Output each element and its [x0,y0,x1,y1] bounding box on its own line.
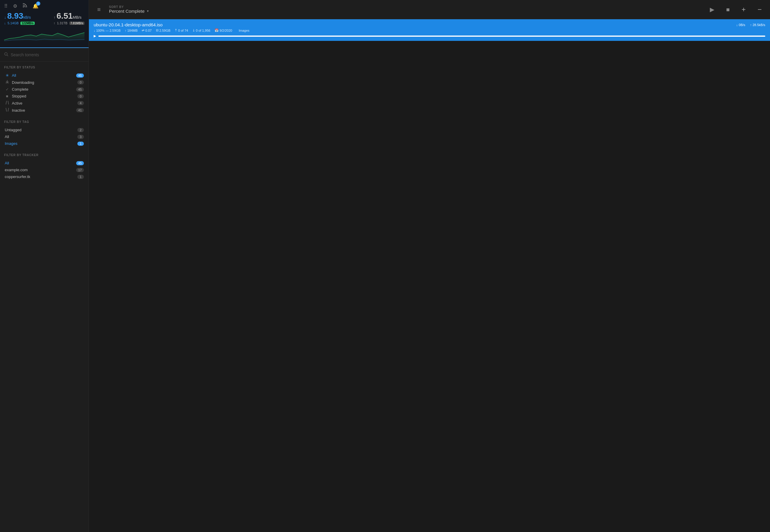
speed-row: ↓ 8.93kB/s ↓ 5.14GB 122MB/s ↑ 6.51MB/s ↑… [4,11,84,25]
upload-arrow: ↑ [125,29,127,32]
filter-label-all: All [12,73,74,78]
tag-badge-all: 3 [77,135,84,139]
tracker-all[interactable]: All 45 [4,160,84,166]
chart-area [4,27,84,41]
filter-status-downloading[interactable]: Downloading 0 [4,79,84,86]
svg-rect-4 [6,83,9,83]
stop-button[interactable]: ■ [724,5,732,14]
torrent-name: ubuntu-20.04.1-desktop-amd64.iso [94,22,163,27]
up-total: 1.31TB [57,21,67,25]
torrent-progress-row: ▶ [94,34,765,38]
filter-status-active[interactable]: Active 4 [4,100,84,107]
svg-point-0 [23,6,24,7]
filter-badge-stopped: 0 [77,94,84,98]
ratio-icon: ⇌ [142,28,144,32]
main-content: ≡ SORT BY Percent Complete ▼ ▶ ■ + − ubu… [89,0,770,532]
up-icon: ↑ [750,23,752,27]
sort-label: SORT BY [109,5,149,9]
torrent-play-icon[interactable]: ▶ [94,34,96,38]
tracker-label-coppersurfer: coppersurfer.tk [5,174,75,179]
hamburger-button[interactable]: ≡ [95,5,103,14]
upload-speed-section: ↑ 6.51MB/s ↑ 1.31TB 7.81MB/s [54,11,84,25]
upload-speed-unit: MB/s [73,15,81,20]
tracker-coppersurfer[interactable]: coppersurfer.tk 1 [4,173,84,180]
filter-badge-complete: 45 [76,87,84,92]
tag-label-images: Images [5,141,75,146]
inactive-filter-icon [5,108,9,113]
gear-icon[interactable]: ⚙ [13,3,17,9]
filter-badge-downloading: 0 [77,80,84,84]
down-total: 5.14GB [8,21,19,25]
active-filter-icon [5,101,9,105]
tag-badge-images: 1 [77,142,84,146]
up-badge: 7.81MB/s [69,22,84,25]
progress-bar-bg [98,36,765,37]
filter-status-inactive[interactable]: Inactive 41 [4,107,84,114]
upload-speed-value: 6.51 [57,11,73,20]
remove-button[interactable]: − [755,4,764,15]
search-container [0,48,89,62]
filter-tracker-section: FILTER BY TRACKER All 45 example.com 17 … [0,149,89,182]
filter-tracker-title: FILTER BY TRACKER [4,153,84,157]
notification-badge: 1 [36,1,40,6]
filter-status-all[interactable]: ✳ All 45 [4,72,84,79]
filter-label-downloading: Downloading [12,80,75,85]
all-filter-icon: ✳ [5,73,9,78]
tracker-example[interactable]: example.com 17 [4,166,84,173]
sidebar: ⠿ ⚙ 🔔 1 ↓ 8.93kB/s ↓ 5.14GB 122MB/s [0,0,89,532]
filter-tag-section: FILTER BY TAG Untagged 2 All 3 Images 1 [0,116,89,149]
seeds-icon: ⤒ [174,28,177,32]
torrent-peers: ⤓ 0 of 1,956 [192,28,210,32]
torrent-down-speed: ↓ 0B/s [736,23,745,27]
download-speed-section: ↓ 8.93kB/s ↓ 5.14GB 122MB/s [4,11,35,25]
torrent-up-speed: ↑ 28.5kB/s [750,23,765,27]
torrent-date: 📅 9/2/2020 [214,28,232,32]
download-speed-value: 8.93 [7,11,23,20]
stopped-filter-icon: ■ [5,94,9,98]
torrent-seeds: ⤒ 0 of 74 [174,28,188,32]
torrent-ratio: ⇌ 0.07 [142,28,151,32]
play-button[interactable]: ▶ [707,5,717,14]
svg-line-7 [6,108,7,111]
rss-icon[interactable] [23,3,27,9]
downloading-filter-icon [5,80,9,85]
filter-label-inactive: Inactive [12,108,74,113]
torrent-percent: ↓ 100% — 2.59GB [94,28,121,32]
filter-badge-inactive: 41 [76,108,84,112]
filter-label-stopped: Stopped [12,94,75,98]
down-total-icon: ↓ [4,21,6,25]
search-input[interactable] [11,52,84,57]
filter-status-complete[interactable]: ✓ Complete 45 [4,86,84,93]
header-bar: ≡ SORT BY Percent Complete ▼ ▶ ■ + − [89,0,770,19]
filter-tag-title: FILTER BY TAG [4,120,84,124]
complete-filter-icon: ✓ [5,87,9,92]
tracker-label-example: example.com [5,168,74,172]
torrent-item[interactable]: ubuntu-20.04.1-desktop-amd64.iso ↓ 0B/s … [89,19,770,41]
sort-value[interactable]: Percent Complete ▼ [109,9,149,14]
progress-bar-fill [98,36,765,37]
tracker-label-all: All [5,161,74,165]
size-icon: ⊟ [156,28,158,32]
torrent-total-size: ⊟ 2.59GB [156,28,170,32]
percent-arrow: ↓ [94,29,95,32]
search-icon [4,52,8,57]
speed-chart [4,27,84,41]
down-icon: ↓ [736,23,738,27]
header-actions: ▶ ■ + − [707,4,764,15]
filter-badge-active: 4 [77,101,84,105]
notification-icon[interactable]: 🔔 1 [33,3,39,9]
grid-icon[interactable]: ⠿ [4,3,8,9]
torrent-tag: Images [238,28,249,32]
filter-status-title: FILTER BY STATUS [4,66,84,69]
svg-marker-1 [4,33,84,41]
torrent-uploaded: ↑ 184MB [125,28,137,32]
tag-all[interactable]: All 3 [4,133,84,140]
sort-arrow-icon: ▼ [146,9,149,13]
tag-images[interactable]: Images 1 [4,140,84,147]
tag-label-untagged: Untagged [5,128,75,132]
add-button[interactable]: + [739,4,748,15]
tag-untagged[interactable]: Untagged 2 [4,126,84,133]
filter-status-stopped[interactable]: ■ Stopped 0 [4,93,84,100]
filter-status-section: FILTER BY STATUS ✳ All 45 Downloading 0 … [0,62,89,116]
down-badge: 122MB/s [20,22,35,25]
